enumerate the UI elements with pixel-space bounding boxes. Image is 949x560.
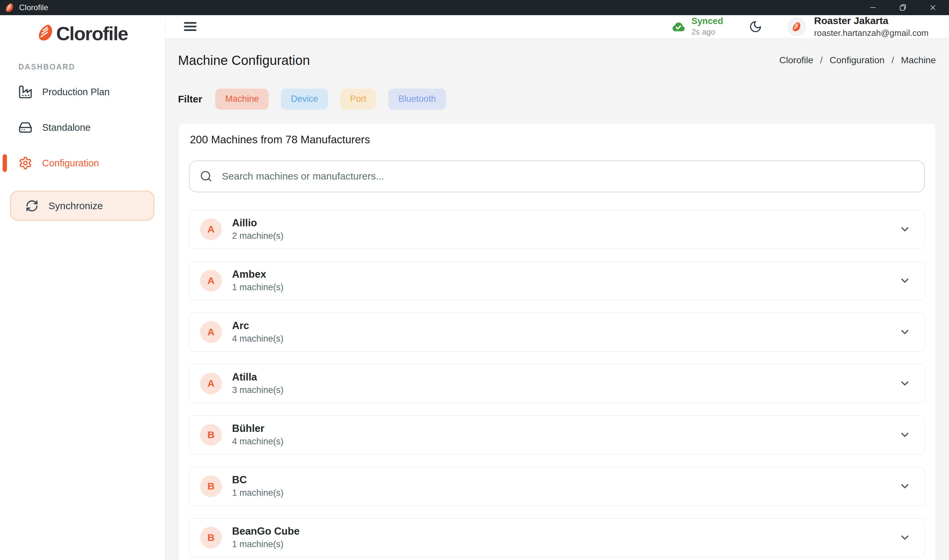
chevron-down-icon (899, 377, 911, 389)
manufacturer-initial-badge: A (200, 218, 222, 240)
search-icon (200, 170, 212, 183)
manufacturer-name: Aillio (232, 217, 899, 229)
search-box (189, 160, 925, 192)
sidebar-item-label: Configuration (42, 158, 99, 169)
manufacturer-name: Bühler (232, 423, 899, 434)
manufacturer-count: 1 machine(s) (232, 539, 899, 549)
expand-row-button[interactable] (899, 532, 911, 543)
logo-leaf-icon (37, 24, 54, 41)
cloud-check-icon (670, 19, 686, 35)
app-leaf-icon (5, 3, 14, 12)
expand-row-button[interactable] (899, 275, 911, 286)
dark-mode-toggle[interactable] (749, 20, 762, 33)
user-email: roaster.hartanzah@gmail.com (814, 28, 929, 38)
chevron-down-icon (899, 223, 911, 235)
manufacturer-count: 3 machine(s) (232, 385, 899, 395)
gear-icon (18, 156, 32, 170)
manufacturer-row-buhler[interactable]: B Bühler 4 machine(s) (189, 415, 925, 455)
hard-drive-icon (18, 120, 32, 134)
manufacturer-initial-badge: B (200, 527, 222, 548)
factory-icon (18, 85, 32, 99)
chevron-down-icon (899, 275, 911, 286)
filter-chip-device[interactable]: Device (281, 89, 328, 110)
page-content: Machine Configuration Clorofile / Config… (165, 38, 949, 560)
filter-chip-machine[interactable]: Machine (215, 89, 269, 110)
maximize-icon (898, 3, 907, 12)
search-input[interactable] (221, 170, 924, 182)
manufacturer-name: BeanGo Cube (232, 526, 899, 537)
main-area: Synced 2s ago (165, 15, 949, 560)
user-menu[interactable]: Roaster Jakarta roaster.hartanzah@gmail.… (787, 15, 929, 38)
sidebar-item-configuration[interactable]: Configuration (0, 151, 165, 175)
close-icon (929, 3, 937, 12)
avatar (787, 17, 806, 36)
synchronize-button[interactable]: Synchronize (10, 191, 154, 221)
sidebar-item-standalone[interactable]: Standalone (0, 115, 165, 139)
window-title: Clorofile (19, 3, 48, 12)
breadcrumb-item-configuration[interactable]: Configuration (830, 55, 885, 66)
manufacturer-list: A Aillio 2 machine(s) A Ambex (189, 210, 925, 557)
sidebar-section-label: DASHBOARD (18, 63, 165, 71)
expand-row-button[interactable] (899, 326, 911, 338)
filter-label: Filter (178, 94, 202, 105)
sidebar-nav: Production Plan Standalone Configuration (0, 80, 165, 175)
window-titlebar: Clorofile (0, 0, 949, 15)
chevron-down-icon (899, 326, 911, 338)
filter-bar: Filter Machine Device Port Bluetooth (178, 89, 936, 110)
breadcrumb: Clorofile / Configuration / Machine (779, 55, 936, 66)
machines-card: 200 Machines from 78 Manufacturers A Ail… (178, 123, 936, 560)
top-header: Synced 2s ago (165, 15, 949, 38)
sidebar-item-label: Standalone (42, 122, 91, 133)
manufacturer-name: Atilla (232, 372, 899, 383)
logo-text: Clorofile (56, 22, 128, 45)
header-right: Synced 2s ago (670, 15, 929, 38)
manufacturer-row-arc[interactable]: A Arc 4 machine(s) (189, 312, 925, 352)
manufacturer-count: 1 machine(s) (232, 282, 899, 292)
breadcrumb-separator: / (820, 55, 823, 66)
expand-row-button[interactable] (899, 223, 911, 235)
avatar-leaf-icon (792, 22, 802, 32)
sync-time: 2s ago (692, 27, 723, 37)
manufacturer-count: 2 machine(s) (232, 231, 899, 241)
sidebar: Clorofile DASHBOARD Production Plan Stan… (0, 15, 165, 560)
close-button[interactable] (918, 0, 948, 15)
manufacturer-initial-badge: B (200, 475, 222, 497)
menu-toggle-button[interactable] (184, 20, 196, 33)
manufacturer-count: 4 machine(s) (232, 334, 899, 344)
sync-status: Synced 2s ago (670, 17, 723, 37)
manufacturer-row-atilla[interactable]: A Atilla 3 machine(s) (189, 364, 925, 403)
chevron-down-icon (899, 480, 911, 492)
filter-chip-bluetooth[interactable]: Bluetooth (388, 89, 446, 110)
filter-chip-port[interactable]: Port (340, 89, 376, 110)
expand-row-button[interactable] (899, 480, 911, 492)
manufacturer-row-bc[interactable]: B BC 1 machine(s) (189, 467, 925, 506)
manufacturer-initial-badge: A (200, 270, 222, 292)
app-logo: Clorofile (0, 22, 165, 45)
manufacturer-name: Ambex (232, 269, 899, 280)
manufacturer-initial-badge: B (200, 424, 222, 446)
refresh-icon (25, 199, 39, 212)
manufacturer-name: Arc (232, 320, 899, 331)
synchronize-label: Synchronize (48, 200, 103, 211)
hamburger-icon (184, 22, 196, 24)
expand-row-button[interactable] (899, 377, 911, 389)
minimize-button[interactable] (858, 0, 888, 15)
machines-summary: 200 Machines from 78 Manufacturers (190, 134, 925, 146)
manufacturer-row-ambex[interactable]: A Ambex 1 machine(s) (189, 261, 925, 300)
user-name: Roaster Jakarta (814, 15, 929, 27)
sidebar-item-production-plan[interactable]: Production Plan (0, 80, 165, 104)
manufacturer-count: 1 machine(s) (232, 488, 899, 498)
manufacturer-row-beango-cube[interactable]: B BeanGo Cube 1 machine(s) (189, 518, 925, 557)
maximize-button[interactable] (888, 0, 918, 15)
manufacturer-count: 4 machine(s) (232, 437, 899, 447)
chevron-down-icon (899, 532, 911, 543)
window-controls (858, 0, 948, 15)
page-title: Machine Configuration (178, 53, 310, 68)
breadcrumb-item-clorofile[interactable]: Clorofile (779, 55, 813, 66)
minimize-icon (869, 3, 877, 12)
expand-row-button[interactable] (899, 429, 911, 441)
manufacturer-initial-badge: A (200, 321, 222, 343)
moon-icon (749, 20, 762, 33)
manufacturer-name: BC (232, 474, 899, 486)
manufacturer-row-aillio[interactable]: A Aillio 2 machine(s) (189, 210, 925, 249)
